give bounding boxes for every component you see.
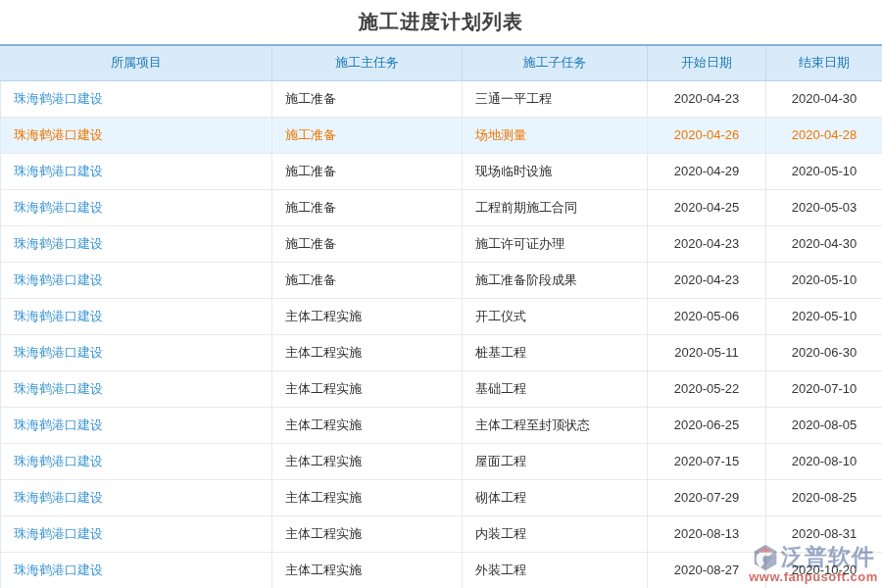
table-row[interactable]: 珠海鹤港口建设 主体工程实施 桩基工程 2020-05-11 2020-06-3… [1, 334, 882, 370]
sub-task-cell: 主体工程至封顶状态 [463, 407, 648, 443]
start-date-cell: 2020-07-15 [648, 443, 766, 479]
table-row[interactable]: 珠海鹤港口建设 施工准备 三通一平工程 2020-04-23 2020-04-3… [1, 80, 882, 117]
table-row[interactable]: 珠海鹤港口建设 主体工程实施 主体工程至封顶状态 2020-06-25 2020… [1, 407, 882, 443]
table-row[interactable]: 珠海鹤港口建设 主体工程实施 屋面工程 2020-07-15 2020-08-1… [1, 443, 882, 479]
table-row[interactable]: 珠海鹤港口建设 施工准备 施工准备阶段成果 2020-04-23 2020-05… [1, 262, 882, 298]
sub-task-cell: 砌体工程 [463, 479, 648, 515]
project-link[interactable]: 珠海鹤港口建设 [14, 345, 103, 360]
project-cell: 珠海鹤港口建设 [1, 262, 272, 298]
project-link[interactable]: 珠海鹤港口建设 [14, 490, 103, 505]
table-header-row: 所属项目 施工主任务 施工子任务 开始日期 结束日期 [1, 45, 882, 80]
project-cell: 珠海鹤港口建设 [1, 479, 272, 515]
end-date-cell: 2020-08-05 [766, 407, 882, 443]
end-date-cell: 2020-04-28 [766, 117, 882, 153]
project-link[interactable]: 珠海鹤港口建设 [14, 127, 103, 142]
table-row[interactable]: 珠海鹤港口建设 施工准备 工程前期施工合同 2020-04-25 2020-05… [1, 189, 882, 225]
start-date-cell: 2020-06-25 [648, 407, 766, 443]
sub-task-cell: 施工许可证办理 [463, 225, 648, 262]
sub-task-cell: 桩基工程 [463, 334, 648, 370]
project-cell: 珠海鹤港口建设 [1, 370, 272, 407]
column-header-main-task: 施工主任务 [272, 45, 463, 80]
start-date-cell: 2020-04-23 [648, 262, 766, 298]
start-date-cell: 2020-05-22 [648, 370, 766, 407]
project-cell: 珠海鹤港口建设 [1, 80, 272, 117]
end-date-cell: 2020-06-30 [766, 334, 882, 370]
table-row[interactable]: 珠海鹤港口建设 施工准备 施工许可证办理 2020-04-23 2020-04-… [1, 225, 882, 262]
sub-task-cell: 工程前期施工合同 [463, 189, 648, 225]
table-row[interactable]: 珠海鹤港口建设 主体工程实施 外装工程 2020-08-27 2020-10-2… [1, 552, 882, 588]
table-row[interactable]: 珠海鹤港口建设 施工准备 场地测量 2020-04-26 2020-04-28 [1, 117, 882, 153]
table-row[interactable]: 珠海鹤港口建设 主体工程实施 开工仪式 2020-05-06 2020-05-1… [1, 298, 882, 334]
project-link[interactable]: 珠海鹤港口建设 [14, 236, 103, 251]
main-task-cell: 施工准备 [272, 262, 463, 298]
table-row[interactable]: 珠海鹤港口建设 主体工程实施 砌体工程 2020-07-29 2020-08-2… [1, 479, 882, 515]
start-date-cell: 2020-04-26 [648, 117, 766, 153]
end-date-cell: 2020-08-10 [766, 443, 882, 479]
sub-task-cell: 基础工程 [463, 370, 648, 407]
start-date-cell: 2020-05-06 [648, 298, 766, 334]
column-header-end-date: 结束日期 [766, 45, 882, 80]
main-task-cell: 主体工程实施 [272, 370, 463, 407]
sub-task-cell: 外装工程 [463, 552, 648, 588]
project-link[interactable]: 珠海鹤港口建设 [14, 454, 103, 468]
start-date-cell: 2020-08-13 [648, 515, 766, 552]
project-link[interactable]: 珠海鹤港口建设 [14, 417, 103, 432]
project-cell: 珠海鹤港口建设 [1, 298, 272, 334]
main-task-cell: 施工准备 [272, 225, 463, 262]
project-link[interactable]: 珠海鹤港口建设 [14, 200, 103, 215]
end-date-cell: 2020-04-30 [766, 80, 882, 117]
end-date-cell: 2020-05-10 [766, 262, 882, 298]
project-link[interactable]: 珠海鹤港口建设 [14, 164, 103, 178]
title-bar: 施工进度计划列表 [0, 0, 882, 44]
end-date-cell: 2020-10-20 [766, 552, 882, 588]
start-date-cell: 2020-07-29 [648, 479, 766, 515]
end-date-cell: 2020-07-10 [766, 370, 882, 407]
main-task-cell: 施工准备 [272, 189, 463, 225]
sub-task-cell: 三通一平工程 [463, 80, 648, 117]
main-task-cell: 主体工程实施 [272, 443, 463, 479]
main-task-cell: 施工准备 [272, 153, 463, 189]
main-task-cell: 主体工程实施 [272, 552, 463, 588]
project-cell: 珠海鹤港口建设 [1, 515, 272, 552]
end-date-cell: 2020-08-25 [766, 479, 882, 515]
end-date-cell: 2020-04-30 [766, 225, 882, 262]
end-date-cell: 2020-08-31 [766, 515, 882, 552]
table-row[interactable]: 珠海鹤港口建设 主体工程实施 内装工程 2020-08-13 2020-08-3… [1, 515, 882, 552]
project-cell: 珠海鹤港口建设 [1, 407, 272, 443]
start-date-cell: 2020-04-29 [648, 153, 766, 189]
start-date-cell: 2020-04-23 [648, 80, 766, 117]
start-date-cell: 2020-04-25 [648, 189, 766, 225]
project-cell: 珠海鹤港口建设 [1, 117, 272, 153]
table-body: 珠海鹤港口建设 施工准备 三通一平工程 2020-04-23 2020-04-3… [1, 80, 882, 588]
sub-task-cell: 开工仪式 [463, 298, 648, 334]
main-task-cell: 施工准备 [272, 117, 463, 153]
project-cell: 珠海鹤港口建设 [1, 552, 272, 588]
project-link[interactable]: 珠海鹤港口建设 [14, 91, 103, 106]
column-header-sub-task: 施工子任务 [463, 45, 648, 80]
start-date-cell: 2020-05-11 [648, 334, 766, 370]
project-link[interactable]: 珠海鹤港口建设 [14, 309, 103, 323]
end-date-cell: 2020-05-10 [766, 298, 882, 334]
sub-task-cell: 施工准备阶段成果 [463, 262, 648, 298]
main-task-cell: 主体工程实施 [272, 515, 463, 552]
column-header-start-date: 开始日期 [648, 45, 766, 80]
progress-plan-table: 所属项目 施工主任务 施工子任务 开始日期 结束日期 珠海鹤港口建设 施工准备 … [0, 44, 882, 588]
project-cell: 珠海鹤港口建设 [1, 443, 272, 479]
project-link[interactable]: 珠海鹤港口建设 [14, 272, 103, 287]
start-date-cell: 2020-04-23 [648, 225, 766, 262]
project-link[interactable]: 珠海鹤港口建设 [14, 563, 103, 577]
table-row[interactable]: 珠海鹤港口建设 主体工程实施 基础工程 2020-05-22 2020-07-1… [1, 370, 882, 407]
table-row[interactable]: 珠海鹤港口建设 施工准备 现场临时设施 2020-04-29 2020-05-1… [1, 153, 882, 189]
project-link[interactable]: 珠海鹤港口建设 [14, 526, 103, 541]
sub-task-cell: 屋面工程 [463, 443, 648, 479]
project-link[interactable]: 珠海鹤港口建设 [14, 381, 103, 396]
main-task-cell: 施工准备 [272, 80, 463, 117]
end-date-cell: 2020-05-10 [766, 153, 882, 189]
project-cell: 珠海鹤港口建设 [1, 153, 272, 189]
end-date-cell: 2020-05-03 [766, 189, 882, 225]
start-date-cell: 2020-08-27 [648, 552, 766, 588]
main-task-cell: 主体工程实施 [272, 334, 463, 370]
project-cell: 珠海鹤港口建设 [1, 189, 272, 225]
column-header-project: 所属项目 [1, 45, 272, 80]
page-title: 施工进度计划列表 [359, 9, 523, 35]
